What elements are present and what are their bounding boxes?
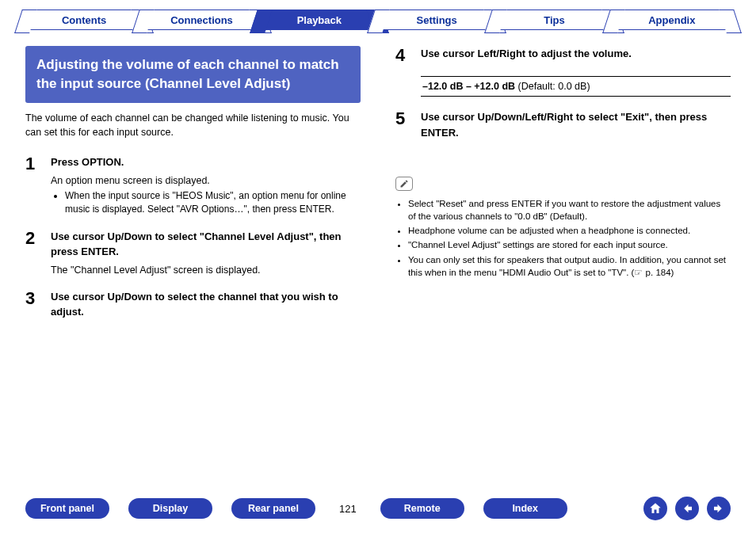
next-page-icon[interactable] bbox=[707, 497, 731, 520]
step-title: Use cursor Up/Down to select "Channel Le… bbox=[51, 229, 361, 260]
bottom-button-front-panel[interactable]: Front panel bbox=[25, 498, 109, 519]
note-item: "Channel Level Adjust" settings are stor… bbox=[408, 238, 731, 251]
step-bullet: When the input source is "HEOS Music", a… bbox=[65, 189, 361, 216]
tab-contents[interactable]: Contents bbox=[25, 10, 143, 30]
step-desc: An option menu screen is displayed. bbox=[51, 173, 361, 188]
home-icon[interactable] bbox=[643, 497, 667, 520]
tab-playback[interactable]: Playback bbox=[261, 10, 378, 30]
bottom-button-index[interactable]: Index bbox=[483, 498, 567, 519]
tab-settings[interactable]: Settings bbox=[378, 10, 495, 30]
note-icon bbox=[395, 177, 413, 191]
prev-page-icon[interactable] bbox=[675, 497, 699, 520]
range-box: –12.0 dB – +12.0 dB (Default: 0.0 dB) bbox=[421, 76, 731, 97]
step-5: 5 Use cursor Up/Down/Left/Right to selec… bbox=[395, 109, 731, 143]
right-column: 4 Use cursor Left/Right to adjust the vo… bbox=[395, 46, 731, 334]
step-1: 1 Press OPTION. An option menu screen is… bbox=[25, 154, 361, 218]
tab-tips[interactable]: Tips bbox=[495, 10, 613, 30]
step-number: 3 bbox=[25, 289, 51, 323]
step-number: 4 bbox=[395, 46, 421, 65]
bottom-bar: Front panel Display Rear panel 121 Remot… bbox=[25, 497, 731, 520]
content-columns: Adjusting the volume of each channel to … bbox=[25, 46, 731, 334]
step-title: Use cursor Left/Right to adjust the volu… bbox=[421, 46, 731, 62]
tab-appendix[interactable]: Appendix bbox=[613, 10, 731, 30]
bottom-button-remote[interactable]: Remote bbox=[380, 498, 464, 519]
step-title: Use cursor Up/Down/Left/Right to select … bbox=[421, 109, 731, 140]
range-default: (Default: 0.0 dB) bbox=[515, 81, 590, 92]
notes-block: Select "Reset" and press ENTER if you wa… bbox=[395, 197, 731, 279]
step-title: Press OPTION. bbox=[51, 154, 361, 170]
step-number: 5 bbox=[395, 109, 421, 143]
section-heading: Adjusting the volume of each channel to … bbox=[25, 46, 361, 103]
range-bold: –12.0 dB – +12.0 dB bbox=[422, 81, 515, 92]
step-desc: The "Channel Level Adjust" screen is dis… bbox=[51, 263, 361, 278]
step-title: Use cursor Up/Down to select the channel… bbox=[51, 289, 361, 320]
bottom-button-display[interactable]: Display bbox=[128, 498, 212, 519]
tab-connections[interactable]: Connections bbox=[143, 10, 260, 30]
top-tab-bar: Contents Connections Playback Settings T… bbox=[25, 10, 731, 30]
step-2: 2 Use cursor Up/Down to select "Channel … bbox=[25, 229, 361, 278]
note-item: Headphone volume can be adjusted when a … bbox=[408, 224, 731, 237]
step-3: 3 Use cursor Up/Down to select the chann… bbox=[25, 289, 361, 323]
step-number: 1 bbox=[25, 154, 51, 218]
section-intro: The volume of each channel can be change… bbox=[25, 111, 361, 141]
step-4: 4 Use cursor Left/Right to adjust the vo… bbox=[395, 46, 731, 65]
step-number: 2 bbox=[25, 229, 51, 278]
page-number: 121 bbox=[334, 503, 361, 515]
note-item: You can only set this for speakers that … bbox=[408, 253, 731, 279]
left-column: Adjusting the volume of each channel to … bbox=[25, 46, 361, 334]
note-item: Select "Reset" and press ENTER if you wa… bbox=[408, 197, 731, 223]
bottom-button-rear-panel[interactable]: Rear panel bbox=[231, 498, 315, 519]
nav-icon-group bbox=[643, 497, 731, 520]
